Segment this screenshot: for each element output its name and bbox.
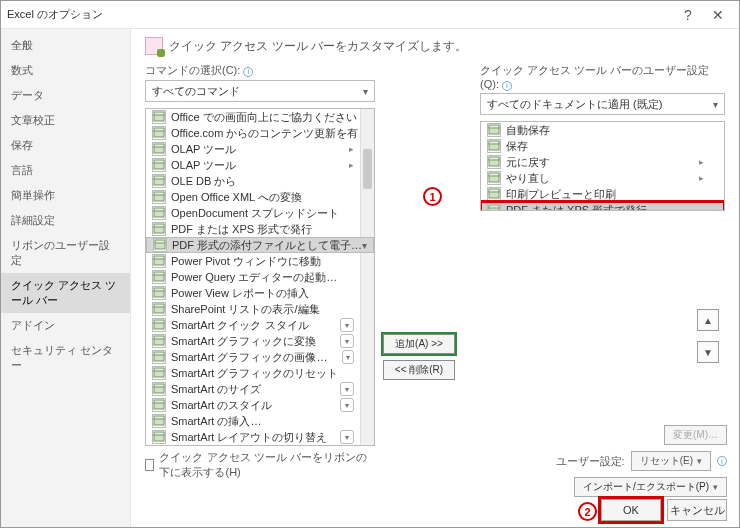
split-indicator: ▾ — [340, 334, 354, 348]
command-icon — [152, 254, 166, 268]
list-item-label: SmartArt クイック スタイル — [171, 318, 309, 333]
list-item[interactable]: やり直し▸ — [481, 170, 724, 186]
close-button[interactable]: ✕ — [703, 1, 733, 29]
sidebar-item[interactable]: 詳細設定 — [1, 208, 130, 233]
sidebar-item[interactable]: リボンのユーザー設定 — [1, 233, 130, 273]
right-list[interactable]: 自動保存保存元に戻す▸やり直し▸印刷プレビューと印刷PDF または XPS 形式… — [480, 121, 725, 211]
list-item[interactable]: Power Query エディターの起動… — [146, 269, 374, 285]
list-item-label: Power Pivot ウィンドウに移動 — [171, 254, 321, 269]
list-item-label: やり直し — [506, 171, 550, 186]
list-item[interactable]: SharePoint リストの表示/編集 — [146, 301, 374, 317]
sidebar-item[interactable]: クイック アクセス ツール バー — [1, 273, 130, 313]
command-icon — [152, 382, 166, 396]
titlebar: Excel のオプション ? ✕ — [1, 1, 739, 29]
list-item-label: OpenDocument スプレッドシート — [171, 206, 339, 221]
command-icon — [152, 398, 166, 412]
list-item[interactable]: Open Office XML への変換 — [146, 189, 374, 205]
window-title: Excel のオプション — [7, 7, 103, 22]
list-item-label: 自動保存 — [506, 123, 550, 138]
svg-rect-57 — [489, 189, 499, 192]
import-export-button[interactable]: インポート/エクスポート(P)▾ — [574, 477, 727, 497]
move-up-button[interactable]: ▲ — [697, 309, 719, 331]
command-icon — [487, 123, 501, 137]
command-icon — [152, 430, 166, 444]
command-icon — [487, 171, 501, 185]
list-item[interactable]: Power Pivot ウィンドウに移動 — [146, 253, 374, 269]
list-item[interactable]: OpenDocument スプレッドシート — [146, 205, 374, 221]
svg-rect-33 — [154, 368, 164, 371]
command-icon — [152, 190, 166, 204]
sidebar-item[interactable]: 保存 — [1, 133, 130, 158]
below-ribbon-row[interactable]: クイック アクセス ツール バーをリボンの下に表示する(H) — [145, 450, 375, 480]
svg-rect-27 — [154, 320, 164, 323]
list-item[interactable]: PDF または XPS 形式で発行 — [146, 221, 374, 237]
list-item[interactable]: OLAP ツール▸ — [146, 141, 374, 157]
left-list[interactable]: Office での画面向上にご協力くださいOffice.com からのコンテンツ… — [145, 108, 375, 446]
list-item[interactable]: 印刷プレビューと印刷 — [481, 186, 724, 202]
left-label: コマンドの選択(C):i — [145, 63, 375, 78]
sidebar-item[interactable]: アドイン — [1, 313, 130, 338]
sidebar-item[interactable]: 全般 — [1, 33, 130, 58]
list-item[interactable]: 自動保存 — [481, 122, 724, 138]
list-item-label: Power View レポートの挿入 — [171, 286, 309, 301]
remove-button[interactable]: << 削除(R) — [383, 360, 455, 380]
list-item-label: SharePoint リストの表示/編集 — [171, 302, 320, 317]
list-item[interactable]: Office での画面向上にご協力ください — [146, 109, 374, 125]
command-icon — [152, 174, 166, 188]
list-item[interactable]: Power View レポートの挿入 — [146, 285, 374, 301]
scrollbar[interactable] — [360, 109, 374, 445]
list-item[interactable]: SQL Server Analysis Services データベ… — [146, 445, 374, 446]
sidebar-item[interactable]: 簡単操作 — [1, 183, 130, 208]
sidebar-item[interactable]: データ — [1, 83, 130, 108]
list-item[interactable]: OLAP ツール▸ — [146, 157, 374, 173]
list-item[interactable]: Office.com からのコンテンツ更新を有効にす… — [146, 125, 374, 141]
list-item[interactable]: SmartArt グラフィックの画像の色を変更▾ — [146, 349, 374, 365]
list-item[interactable]: 元に戻す▸ — [481, 154, 724, 170]
list-item[interactable]: SmartArt クイック スタイル▾ — [146, 317, 374, 333]
list-item[interactable]: PDF または XPS 形式で発行 — [481, 202, 724, 211]
left-select[interactable]: すべてのコマンド — [145, 80, 375, 102]
modify-button: 変更(M)… — [664, 425, 727, 445]
list-item-label: 元に戻す — [506, 155, 550, 170]
list-item-label: PDF または XPS 形式で発行 — [506, 203, 647, 212]
svg-rect-7 — [154, 160, 164, 163]
svg-rect-29 — [154, 336, 164, 339]
sidebar-item[interactable]: 文章校正 — [1, 108, 130, 133]
cancel-button[interactable]: キャンセル — [667, 499, 727, 521]
checkbox[interactable] — [145, 459, 154, 471]
list-item-label: SmartArt のサイズ — [171, 382, 261, 397]
split-indicator: ▾ — [342, 350, 354, 364]
svg-rect-37 — [154, 400, 164, 403]
split-indicator: ▾ — [340, 398, 354, 412]
list-item[interactable]: 保存 — [481, 138, 724, 154]
add-button[interactable]: 追加(A) >> — [383, 334, 455, 354]
list-item-label: OLE DB から — [171, 174, 236, 189]
list-item-label: SmartArt のスタイル — [171, 398, 272, 413]
move-down-button[interactable]: ▼ — [697, 341, 719, 363]
sidebar-item[interactable]: セキュリティ センター — [1, 338, 130, 378]
ok-button[interactable]: OK — [601, 499, 661, 521]
svg-rect-11 — [154, 192, 164, 195]
list-item[interactable]: SmartArt のサイズ▾ — [146, 381, 374, 397]
right-select[interactable]: すべてのドキュメントに適用 (既定) — [480, 93, 725, 115]
list-item[interactable]: SmartArt レイアウトの切り替え▾ — [146, 429, 374, 445]
callout-2: 2 — [578, 502, 597, 521]
list-item[interactable]: PDF 形式の添付ファイルとして電子メールで… — [146, 237, 374, 253]
sidebar-item[interactable]: 言語 — [1, 158, 130, 183]
list-item[interactable]: SmartArt のスタイル▾ — [146, 397, 374, 413]
help-button[interactable]: ? — [673, 1, 703, 29]
list-item[interactable]: SmartArt グラフィックのリセット — [146, 365, 374, 381]
command-icon — [487, 139, 501, 153]
list-item[interactable]: OLE DB から — [146, 173, 374, 189]
command-icon — [152, 318, 166, 332]
svg-rect-39 — [154, 416, 164, 419]
command-icon — [152, 366, 166, 380]
list-item-label: Open Office XML への変換 — [171, 190, 302, 205]
list-item[interactable]: SmartArt グラフィックに変換▾ — [146, 333, 374, 349]
svg-rect-53 — [489, 157, 499, 160]
reset-button[interactable]: リセット(E)▾ — [631, 451, 711, 471]
list-item[interactable]: SmartArt の挿入… — [146, 413, 374, 429]
page-header: クイック アクセス ツール バーをカスタマイズします。 — [145, 37, 725, 55]
sidebar-item[interactable]: 数式 — [1, 58, 130, 83]
command-icon — [487, 187, 501, 201]
